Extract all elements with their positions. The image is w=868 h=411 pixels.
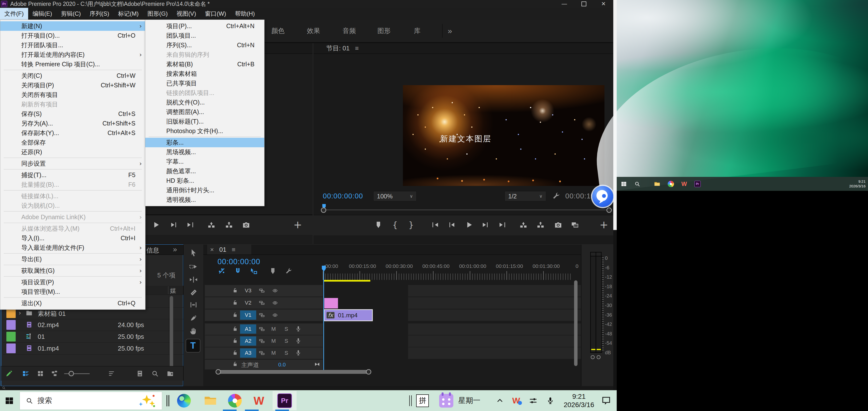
workspace-tab-效果[interactable]: 效果 xyxy=(307,20,320,42)
maximize-button[interactable] xyxy=(574,0,594,8)
audio-mixer-tray-icon[interactable] xyxy=(529,396,537,405)
ime-indicator[interactable]: 拼 xyxy=(416,395,429,407)
new-submenu-item-9[interactable]: 脱机文件(O)... xyxy=(145,98,264,107)
new-submenu-item-20[interactable]: 透明视频... xyxy=(145,195,264,205)
lock-toggle-master[interactable] xyxy=(232,361,238,367)
automate-to-sequence-button[interactable] xyxy=(136,370,144,377)
lock-toggle-A2[interactable] xyxy=(232,338,238,344)
file-menu-item-35[interactable]: 项目设置(P)› xyxy=(0,277,145,287)
menubar-item-9[interactable]: 帮助(H) xyxy=(230,8,259,20)
sync-lock-toggle-A2[interactable] xyxy=(259,338,265,344)
start-button[interactable] xyxy=(621,181,627,187)
new-submenu-item-7[interactable]: 已共享项目 xyxy=(145,78,264,88)
new-submenu-item-11[interactable]: 旧版标题(T)... xyxy=(145,117,264,126)
file-explorer-icon[interactable] xyxy=(654,181,660,187)
new-submenu-item-14[interactable]: 彩条... xyxy=(145,138,264,147)
lock-toggle-V2[interactable] xyxy=(232,300,238,306)
file-menu-item-1[interactable]: 新建(N)› xyxy=(0,21,145,31)
program-scrub-bar[interactable] xyxy=(313,203,613,215)
sync-lock-toggle-A3[interactable] xyxy=(259,350,265,356)
tool-trackselect[interactable] xyxy=(189,262,198,271)
zoom-slider[interactable] xyxy=(64,373,90,374)
file-menu-item-4[interactable]: 打开最近使用的内容(E)› xyxy=(0,50,145,60)
calendar-icon[interactable] xyxy=(439,394,453,408)
sync-lock-toggle-A1[interactable] xyxy=(259,326,265,332)
workspace-tab-音频[interactable]: 音频 xyxy=(343,20,356,42)
label-color-chip[interactable] xyxy=(6,343,16,353)
menubar-item-5[interactable]: 标记(M) xyxy=(114,8,143,20)
assistant-bubble-button[interactable] xyxy=(592,186,613,207)
program-brace-close-button[interactable]: } xyxy=(408,221,414,229)
new-submenu-item-17[interactable]: 颜色遮罩... xyxy=(145,166,264,176)
zoom-slider-knob[interactable] xyxy=(69,371,74,376)
video-clip-v1[interactable]: fx 01.mp4 xyxy=(324,309,373,321)
new-submenu-item-19[interactable]: 通用倒计时片头... xyxy=(145,185,264,195)
file-menu-item-20[interactable]: 批量捕捉(B)...F6 xyxy=(0,180,145,190)
sync-lock-toggle-V3[interactable] xyxy=(259,287,265,294)
master-track-header[interactable] xyxy=(205,359,323,369)
source-camera-button[interactable] xyxy=(242,221,250,229)
new-submenu-item-6[interactable]: 搜索素材箱 xyxy=(145,69,264,78)
edge-icon[interactable] xyxy=(177,394,191,408)
timeline-vscrollbar[interactable] xyxy=(574,280,578,366)
program-goto-in-button[interactable] xyxy=(431,221,439,229)
start-button[interactable] xyxy=(4,396,14,406)
lock-toggle-V3[interactable] xyxy=(232,287,238,293)
source-goto-out-button[interactable] xyxy=(186,221,194,229)
tool-type[interactable]: T xyxy=(186,339,200,352)
workspace-tab-图形[interactable]: 图形 xyxy=(377,20,391,42)
browser-360-icon[interactable] xyxy=(228,394,242,408)
clock[interactable]: 9:21 2026/3/16 xyxy=(564,392,594,409)
mute-toggle-A2[interactable]: M xyxy=(270,338,277,344)
new-submenu-item-1[interactable]: 项目(P)...Ctrl+Alt+N xyxy=(145,21,264,31)
program-lift-button[interactable] xyxy=(519,221,528,229)
new-submenu-item-10[interactable]: 调整图层(A)... xyxy=(145,107,264,117)
new-submenu-item-15[interactable]: 黑场视频... xyxy=(145,147,264,157)
workspace-tab-库[interactable]: 库 xyxy=(414,20,421,42)
workspace-overflow-button[interactable]: » xyxy=(448,20,452,42)
new-bin-button[interactable] xyxy=(166,370,174,377)
file-menu-item-12[interactable]: 另存为(A)...Ctrl+Shift+S xyxy=(0,118,145,128)
menubar-item-3[interactable]: 剪辑(C) xyxy=(57,8,85,20)
menubar-item-2[interactable]: 编辑(E) xyxy=(28,8,57,20)
track-output-toggle-V1[interactable] xyxy=(272,312,278,318)
scrub-zoom-handle-right[interactable] xyxy=(607,207,612,213)
voiceover-record-A1[interactable] xyxy=(295,326,302,332)
settings-wrench-icon[interactable] xyxy=(552,192,560,200)
track-target-A2[interactable]: A2 xyxy=(240,336,256,346)
file-menu-item-14[interactable]: 全部保存 xyxy=(0,138,145,147)
track-target-A1[interactable]: A1 xyxy=(240,324,256,334)
sync-lock-toggle-V2[interactable] xyxy=(259,300,265,306)
search-icon[interactable] xyxy=(634,181,640,187)
project-row-4[interactable]: 01 25.00 fps xyxy=(3,331,183,343)
track-target-V3[interactable]: V3 xyxy=(240,286,256,295)
new-submenu-item-2[interactable]: 团队项目... xyxy=(145,31,264,40)
find-button[interactable] xyxy=(151,370,159,377)
menubar-item-7[interactable]: 视图(V) xyxy=(172,8,200,20)
label-color-chip[interactable] xyxy=(6,320,16,330)
file-menu-item-28[interactable]: 导入(I)...Ctrl+I xyxy=(0,233,145,243)
file-menu-item-15[interactable]: 还原(R) xyxy=(0,147,145,157)
expand-chevron-icon[interactable]: › xyxy=(19,309,21,316)
file-menu-item-29[interactable]: 导入最近使用的文件(F)› xyxy=(0,243,145,252)
file-menu-item-8[interactable]: 关闭项目(P)Ctrl+Shift+W xyxy=(0,80,145,90)
lock-toggle-V1[interactable] xyxy=(232,312,238,318)
icon-view-button[interactable] xyxy=(37,370,44,377)
track-target-V2[interactable]: V2 xyxy=(240,298,256,308)
file-menu-item-17[interactable]: 同步设置› xyxy=(0,159,145,168)
solo-toggle-A2[interactable]: S xyxy=(283,338,290,344)
program-monitor-tab[interactable]: 节目: 01 xyxy=(326,44,349,53)
file-menu-item-10[interactable]: 刷新所有项目 xyxy=(0,100,145,109)
close-button[interactable]: ✕ xyxy=(594,0,613,8)
hscroll-handle-left[interactable] xyxy=(216,369,221,375)
program-brace-open-button[interactable]: { xyxy=(392,221,398,229)
menubar-item-4[interactable]: 序列(S) xyxy=(85,8,114,20)
file-explorer-icon[interactable] xyxy=(204,394,217,408)
new-submenu-item-4[interactable]: 来自剪辑的序列 xyxy=(145,50,264,60)
menubar-item-1[interactable]: 文件(F) xyxy=(0,8,28,20)
copilot-sparkle-icon[interactable] xyxy=(138,394,156,408)
track-target-V1[interactable]: V1 xyxy=(240,310,256,320)
taskbar-search[interactable]: 搜索 xyxy=(20,392,162,410)
graphic-clip-v2[interactable] xyxy=(324,298,338,308)
new-submenu-item-12[interactable]: Photoshop 文件(H)... xyxy=(145,126,264,136)
